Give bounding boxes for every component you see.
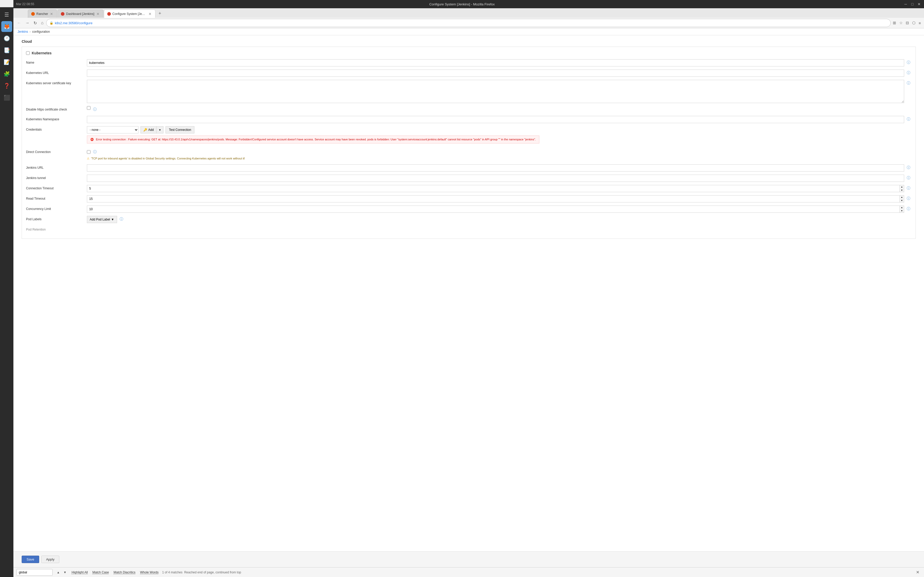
disable-https-checkbox[interactable]: [87, 106, 90, 110]
jenkins-tunnel-help-icon[interactable]: ⓘ: [906, 175, 911, 181]
test-connection-button[interactable]: Test Connection: [165, 126, 194, 134]
concurrency-limit-up[interactable]: ▲: [900, 206, 904, 209]
add-pod-label-button[interactable]: Add Pod Label ▼: [87, 216, 117, 223]
firefox-menu-button[interactable]: ☰: [1, 9, 12, 20]
direct-connection-help-icon[interactable]: ⓘ: [92, 148, 98, 155]
sidebar-bookmarks-icon[interactable]: 📑: [1, 45, 12, 56]
concurrency-limit-down[interactable]: ▼: [900, 209, 904, 213]
concurrency-limit-wrap: ▲ ▼: [87, 206, 904, 213]
sidebar-history-icon[interactable]: 🕐: [1, 33, 12, 44]
container-icon[interactable]: ⬡: [911, 19, 916, 26]
direct-connection-checkbox[interactable]: [87, 150, 90, 154]
concurrency-limit-help-icon[interactable]: ⓘ: [906, 206, 911, 212]
kubernetes-title: Kubernetes: [32, 51, 52, 55]
window-controls: ─ □ ✕: [903, 2, 921, 6]
jenkins-url-row: Jenkins URL ⓘ: [26, 164, 911, 172]
action-buttons: Save Apply: [13, 551, 924, 567]
k8s-url-label: Kubernetes URL: [26, 69, 83, 75]
k8s-url-input[interactable]: [87, 69, 904, 77]
add-credentials-dropdown[interactable]: ▼: [157, 126, 163, 133]
namespace-label: Kubernetes Namespace: [26, 116, 83, 121]
extensions-button[interactable]: ⊞: [892, 19, 897, 26]
concurrency-limit-input[interactable]: [87, 206, 900, 213]
win-close-button[interactable]: ✕: [917, 2, 921, 6]
bookmark-star-icon[interactable]: ☆: [898, 19, 904, 26]
home-button[interactable]: ⌂: [39, 19, 45, 26]
save-button[interactable]: Save: [22, 556, 39, 563]
name-input[interactable]: [87, 59, 904, 66]
tab-favicon-dashboard: [61, 12, 65, 16]
cert-key-row: Kubernetes server certificate key ⓘ: [26, 80, 911, 103]
sidebar-addons-icon[interactable]: 🧩: [1, 69, 12, 79]
breadcrumb-root[interactable]: Jenkins: [18, 30, 28, 34]
connection-timeout-help-icon[interactable]: ⓘ: [906, 185, 911, 192]
tab-dashboard[interactable]: Dashboard [Jenkins] ✕: [58, 10, 103, 18]
kubernetes-checkbox[interactable]: [26, 51, 30, 55]
tab-rancher[interactable]: Rancher ✕: [28, 10, 57, 18]
pod-labels-help-icon[interactable]: ⓘ: [119, 216, 124, 222]
win-restore-button[interactable]: □: [910, 2, 915, 6]
namespace-help-icon[interactable]: ⓘ: [906, 116, 911, 122]
match-case-option[interactable]: Match Case: [91, 570, 110, 575]
find-next-button[interactable]: ▼: [62, 570, 68, 575]
jenkins-tunnel-control: ⓘ: [87, 175, 911, 182]
cert-key-help-icon[interactable]: ⓘ: [906, 80, 911, 87]
sidebar-notes-icon[interactable]: 📝: [1, 56, 12, 68]
pod-retention-row: Pod Retention: [26, 226, 911, 231]
system-time: Mar 22 08:55: [16, 2, 34, 6]
address-input[interactable]: [55, 21, 888, 25]
tab-close-dashboard[interactable]: ✕: [96, 11, 100, 16]
read-timeout-help-icon[interactable]: ⓘ: [906, 195, 911, 202]
browser-chrome: Rancher ✕ Dashboard [Jenkins] ✕ Configur…: [13, 8, 924, 28]
sidebar-terminal-icon[interactable]: ⬛: [1, 92, 12, 103]
k8s-url-help-icon[interactable]: ⓘ: [906, 69, 911, 76]
k8s-url-control: ⓘ: [87, 69, 911, 77]
back-button[interactable]: ←: [16, 19, 23, 26]
name-help-icon[interactable]: ⓘ: [906, 59, 911, 66]
find-close-button[interactable]: ✕: [914, 569, 921, 575]
find-input[interactable]: [16, 569, 53, 576]
namespace-row: Kubernetes Namespace ⓘ: [26, 116, 911, 123]
win-minimize-button[interactable]: ─: [903, 2, 908, 6]
credentials-control: - none - 🔑 Add ▼ Test Connection: [87, 126, 911, 145]
new-tab-button[interactable]: +: [156, 9, 164, 18]
pod-labels-inner: Add Pod Label ▼: [87, 216, 117, 223]
connection-timeout-up[interactable]: ▲: [900, 185, 904, 189]
reload-button[interactable]: ↻: [32, 19, 39, 27]
cert-key-textarea[interactable]: [87, 80, 904, 103]
disable-https-help-icon[interactable]: ⓘ: [92, 106, 98, 113]
whole-words-option[interactable]: Whole Words: [139, 570, 160, 575]
read-timeout-row: Read Timeout ▲ ▼ ⓘ: [26, 195, 911, 203]
apply-button[interactable]: Apply: [41, 556, 60, 563]
find-prev-button[interactable]: ▲: [55, 570, 61, 575]
namespace-input[interactable]: [87, 116, 904, 123]
connection-timeout-down[interactable]: ▼: [900, 189, 904, 192]
credentials-wrap: - none - 🔑 Add ▼ Test Connection: [87, 126, 194, 134]
sidebar-view-button[interactable]: ⊟: [905, 19, 910, 26]
tab-configure[interactable]: Configure System [Jenk... ✕: [104, 10, 155, 18]
read-timeout-up[interactable]: ▲: [900, 195, 904, 199]
highlight-all-option[interactable]: Highlight All: [71, 570, 89, 575]
sidebar-help-icon[interactable]: ❓: [1, 81, 12, 91]
concurrency-limit-control: ▲ ▼ ⓘ: [87, 206, 911, 213]
forward-button[interactable]: →: [24, 19, 31, 26]
tab-close-rancher[interactable]: ✕: [50, 11, 53, 16]
firefox-icon[interactable]: 🦊: [1, 21, 12, 32]
jenkins-tunnel-row: Jenkins tunnel ⓘ: [26, 175, 911, 182]
direct-connection-label: Direct Connection: [26, 148, 83, 154]
jenkins-url-help-icon[interactable]: ⓘ: [906, 164, 911, 171]
k8s-url-row: Kubernetes URL ⓘ: [26, 69, 911, 77]
jenkins-tunnel-input[interactable]: [87, 175, 904, 182]
credentials-select[interactable]: - none -: [87, 126, 139, 134]
tab-close-configure[interactable]: ✕: [148, 11, 152, 16]
read-timeout-input[interactable]: [87, 195, 900, 202]
connection-timeout-input[interactable]: [87, 185, 900, 192]
read-timeout-down[interactable]: ▼: [900, 199, 904, 202]
security-lock-icon: 🔒: [50, 21, 53, 25]
jenkins-url-input[interactable]: [87, 164, 904, 172]
address-bar[interactable]: 🔒: [46, 19, 891, 27]
error-text: Error testing connection : Failure execu…: [96, 138, 536, 141]
menu-button[interactable]: ≡: [918, 20, 922, 26]
match-diacritics-option[interactable]: Match Diacritics: [113, 570, 137, 575]
add-credentials-button[interactable]: 🔑 Add: [141, 126, 157, 133]
